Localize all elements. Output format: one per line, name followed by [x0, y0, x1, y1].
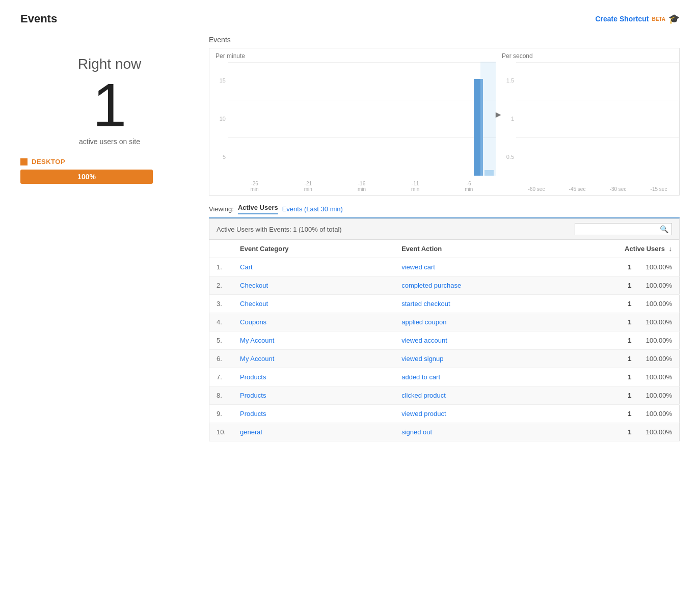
cell-num: 3. — [209, 295, 233, 313]
cell-count: 1 — [584, 276, 638, 295]
category-link[interactable]: general — [240, 428, 262, 436]
action-link[interactable]: viewed signup — [401, 355, 443, 363]
cell-category: general — [233, 423, 394, 441]
category-link[interactable]: Coupons — [240, 318, 266, 326]
cell-action: completed purchase — [394, 276, 584, 295]
category-link[interactable]: Cart — [240, 263, 253, 271]
cell-action: started checkout — [394, 295, 584, 313]
y-label-0.5: 0.5 — [498, 154, 514, 160]
action-link[interactable]: added to cart — [401, 373, 440, 381]
cell-count: 1 — [584, 405, 638, 423]
chart-body: 5 10 15 — [209, 62, 679, 194]
cell-action: added to cart — [394, 368, 584, 386]
active-users-label: active users on site — [20, 137, 199, 146]
action-link[interactable]: completed purchase — [401, 282, 461, 289]
y-label-1.5: 1.5 — [498, 77, 514, 84]
table-row: 2. Checkout completed purchase 1 100.00% — [209, 276, 680, 295]
x-label-21min: -21min — [304, 181, 312, 192]
chart-arrow: ► — [494, 109, 503, 120]
viewing-label: Viewing: — [209, 205, 234, 213]
cell-num: 1. — [209, 258, 233, 276]
cell-percent: 100.00% — [639, 386, 680, 405]
cell-category: Products — [233, 386, 394, 405]
x-label-15sec: -15 sec — [651, 186, 667, 192]
cell-action: clicked product — [394, 386, 584, 405]
page-title: Events — [20, 12, 57, 25]
action-link[interactable]: applied coupon — [401, 318, 446, 326]
mortarboard-icon: 🎓 — [668, 13, 680, 24]
category-link[interactable]: My Account — [240, 355, 274, 363]
category-link[interactable]: Products — [240, 410, 266, 418]
x-label-11min: -11min — [411, 181, 419, 192]
cell-count: 1 — [584, 386, 638, 405]
category-link[interactable]: My Account — [240, 337, 274, 344]
action-link[interactable]: viewed product — [401, 410, 446, 418]
action-link[interactable]: started checkout — [401, 300, 450, 308]
bars-right — [516, 62, 679, 176]
table-row: 6. My Account viewed signup 1 100.00% — [209, 350, 680, 368]
sort-icon: ↓ — [669, 245, 672, 253]
cell-percent: 100.00% — [639, 350, 680, 368]
table-row: 8. Products clicked product 1 100.00% — [209, 386, 680, 405]
cell-count: 1 — [584, 331, 638, 350]
table-header-row: Active Users with Events: 1 (100% of tot… — [209, 218, 680, 239]
col-header-users[interactable]: Active Users ↓ — [584, 240, 679, 258]
tab-active-users[interactable]: Active Users — [238, 204, 278, 214]
cell-action: viewed product — [394, 405, 584, 423]
y-label-5: 5 — [211, 154, 226, 160]
cell-action: applied coupon — [394, 313, 584, 331]
cell-count: 1 — [584, 350, 638, 368]
x-labels-right: -60 sec -45 sec -30 sec -15 sec — [516, 176, 679, 194]
cell-num: 8. — [209, 386, 233, 405]
cell-count: 1 — [584, 313, 638, 331]
left-chart-body: 5 10 15 — [209, 62, 496, 194]
action-link[interactable]: clicked product — [401, 392, 446, 399]
y-labels-left: 5 10 15 — [209, 62, 228, 176]
category-link[interactable]: Checkout — [240, 282, 268, 289]
cell-percent: 100.00% — [639, 368, 680, 386]
table-row: 3. Checkout started checkout 1 100.00% — [209, 295, 680, 313]
col-header-category: Event Category — [233, 240, 394, 258]
cell-percent: 100.00% — [639, 295, 680, 313]
table-row: 5. My Account viewed account 1 100.00% — [209, 331, 680, 350]
cell-num: 4. — [209, 313, 233, 331]
main-content: Right now 1 active users on site DESKTOP… — [20, 36, 680, 441]
category-link[interactable]: Products — [240, 392, 266, 399]
cell-num: 10. — [209, 423, 233, 441]
cell-num: 9. — [209, 405, 233, 423]
y-label-10: 10 — [211, 116, 226, 122]
x-label-30sec: -30 sec — [610, 186, 627, 192]
table-section: Active Users with Events: 1 (100% of tot… — [209, 218, 680, 441]
viewing-tabs: Viewing: Active Users Events (Last 30 mi… — [209, 204, 680, 218]
action-link[interactable]: viewed cart — [401, 263, 435, 271]
table-row: 9. Products viewed product 1 100.00% — [209, 405, 680, 423]
create-shortcut-button[interactable]: Create Shortcut BETA 🎓 — [595, 13, 680, 24]
device-color-indicator — [20, 158, 28, 165]
x-label-45sec: -45 sec — [569, 186, 586, 192]
device-name: DESKTOP — [32, 158, 65, 165]
cell-count: 1 — [584, 423, 638, 441]
action-link[interactable]: viewed account — [401, 337, 447, 344]
table-header: Event Category Event Action Active Users… — [209, 240, 680, 258]
left-panel: Right now 1 active users on site DESKTOP… — [20, 36, 209, 441]
device-section: DESKTOP 100% — [20, 158, 199, 184]
category-link[interactable]: Checkout — [240, 300, 268, 308]
cell-num: 6. — [209, 350, 233, 368]
action-link[interactable]: signed out — [401, 428, 432, 436]
cell-num: 7. — [209, 368, 233, 386]
cell-percent: 100.00% — [639, 258, 680, 276]
tab-events-last30[interactable]: Events (Last 30 min) — [282, 205, 343, 213]
table-row: 7. Products added to cart 1 100.00% — [209, 368, 680, 386]
active-user-count: 1 — [20, 74, 199, 135]
device-bar: 100% — [20, 170, 153, 184]
category-link[interactable]: Products — [240, 373, 266, 381]
search-box: 🔍 — [575, 223, 672, 235]
table-body: 1. Cart viewed cart 1 100.00% 2. Checkou… — [209, 258, 680, 441]
x-label-60sec: -60 sec — [528, 186, 545, 192]
device-percentage: 100% — [77, 173, 96, 181]
active-users-total-text: Active Users with Events: 1 (100% of tot… — [217, 226, 342, 233]
cell-category: Coupons — [233, 313, 394, 331]
cell-percent: 100.00% — [639, 423, 680, 441]
chart-title: Events — [209, 36, 680, 44]
search-input[interactable] — [578, 226, 660, 233]
